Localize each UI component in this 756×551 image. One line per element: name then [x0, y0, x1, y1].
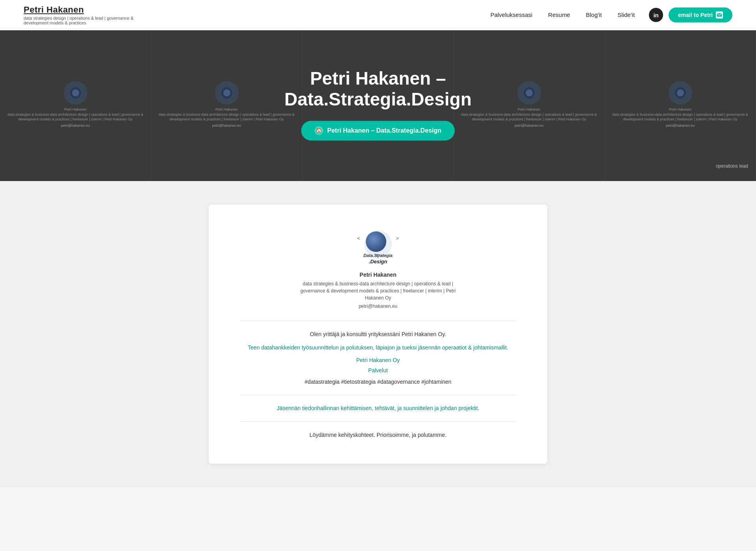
tile-text-1: Petri Hakanen — [64, 107, 87, 112]
nav-item-resume[interactable]: Resume — [548, 11, 570, 18]
nav-link-slideit[interactable]: Slide'it — [617, 11, 635, 18]
tile-text-5: Petri Hakanen — [669, 107, 691, 112]
header-right: Palveluksessasi Resume Blog'it Slide'it … — [490, 7, 732, 22]
hero-cta-button[interactable]: 🏠 Petri Hakanen – Data.Strategia.Design — [301, 121, 455, 141]
card-link-company[interactable]: Petri Hakanen Oy — [244, 357, 512, 363]
home-icon: 🏠 — [315, 126, 323, 135]
card-intro: Olen yrittäjä ja konsultti yrityksessäni… — [244, 330, 512, 338]
hero-title: Petri Hakanen – Data.Strategia.Design — [284, 68, 471, 110]
card-divider-2 — [240, 395, 516, 395]
nav-list: Palveluksessasi Resume Blog'it Slide'it — [490, 11, 635, 18]
main-content: < > Data.Strategia .Design ▽ Petri Hakan… — [0, 181, 756, 487]
tile-logo-5 — [669, 81, 692, 105]
tile-text-4: Petri Hakanen — [518, 107, 540, 112]
card-divider-3 — [240, 422, 516, 422]
nav-item-palveluksessasi[interactable]: Palveluksessasi — [490, 11, 532, 18]
svg-point-6 — [526, 89, 533, 96]
card-logo-desc: data strategies & business-data architec… — [295, 280, 461, 301]
email-btn-label: email to Petri — [678, 12, 713, 18]
hero-center: Petri Hakanen – Data.Strategia.Design 🏠 … — [284, 68, 471, 141]
tile-desc-2: data strategies & business-data architec… — [155, 112, 298, 122]
tile-logo-1 — [64, 81, 87, 105]
envelope-icon — [716, 11, 723, 18]
logo-arrow-down: ▽ — [376, 253, 380, 259]
tile-logo-2 — [215, 81, 239, 105]
card-footer-text: Löydämme kehityskohteet. Priorisoimme, j… — [244, 431, 512, 439]
content-card: < > Data.Strategia .Design ▽ Petri Hakan… — [209, 205, 547, 464]
site-header: Petri Hakanen data strategies design | o… — [0, 0, 756, 30]
card-text-block: Olen yrittäjä ja konsultti yrityksessäni… — [240, 330, 516, 386]
logo-name: Petri Hakanen — [24, 5, 150, 15]
main-nav: Palveluksessasi Resume Blog'it Slide'it — [490, 11, 635, 18]
nav-link-blogit[interactable]: Blog'it — [586, 11, 602, 18]
card-divider-1 — [240, 321, 516, 321]
hero-title-line2: Data.Strategia.Design — [284, 89, 471, 109]
hero-bg-tile-5: Petri Hakanen data strategies & business… — [605, 28, 756, 181]
card-hashtags: #datastrategia #tietostrategia #datagove… — [244, 377, 512, 386]
card-project-block: Jäsennän tiedonhallinnan kehittämisen, t… — [240, 404, 516, 412]
tile-logo-4 — [517, 81, 541, 105]
arrow-right: > — [396, 235, 399, 241]
hero-cta-label: Petri Hakanen – Data.Strategia.Design — [327, 127, 441, 134]
logo-tagline: data strategies design | operations & le… — [24, 16, 150, 25]
logo-sphere — [366, 231, 386, 252]
card-logo-email: petri@hakanen.eu — [359, 303, 397, 309]
card-logo-area: < > Data.Strategia .Design ▽ Petri Hakan… — [240, 228, 516, 309]
site-logo: Petri Hakanen data strategies design | o… — [24, 5, 150, 25]
hero-bg-tile-4: Petri Hakanen data strategies & business… — [454, 28, 605, 181]
card-service-desc: Teen datahankkeiden työsuunnittelun ja p… — [244, 343, 512, 352]
tile-email-1: petri@hakanen.eu — [61, 124, 90, 128]
card-link-services[interactable]: Palvelut — [244, 367, 512, 373]
header-actions: in email to Petri — [649, 7, 732, 22]
tile-desc-4: data strategies & business-data architec… — [458, 112, 600, 122]
nav-item-slideit[interactable]: Slide'it — [617, 11, 635, 18]
logo-arrows: < > — [357, 235, 399, 241]
arrow-left: < — [357, 235, 360, 241]
svg-point-2 — [72, 89, 79, 96]
svg-point-8 — [677, 89, 684, 96]
tile-email-5: petri@hakanen.eu — [666, 124, 695, 128]
nav-item-blogit[interactable]: Blog'it — [586, 11, 602, 18]
card-project-text: Jäsennän tiedonhallinnan kehittämisen, t… — [244, 404, 512, 412]
svg-point-4 — [223, 89, 230, 96]
tile-email-2: petri@hakanen.eu — [212, 124, 241, 128]
hero-section: Petri Hakanen data strategies & business… — [0, 28, 756, 181]
nav-link-resume[interactable]: Resume — [548, 11, 570, 18]
tile-desc-5: data strategies & business-data architec… — [609, 112, 752, 122]
hero-title-line1: Petri Hakanen – — [310, 68, 446, 89]
tile-email-4: petri@hakanen.eu — [515, 124, 544, 128]
hero-bg-tile-1: Petri Hakanen data strategies & business… — [0, 28, 151, 181]
tile-desc-1: data strategies & business-data architec… — [4, 112, 147, 122]
email-petri-button[interactable]: email to Petri — [669, 7, 732, 22]
nav-link-palveluksessasi[interactable]: Palveluksessasi — [490, 11, 532, 18]
card-person-name: Petri Hakanen — [359, 272, 396, 278]
card-footer-block: Löydämme kehityskohteet. Priorisoimme, j… — [240, 431, 516, 439]
linkedin-button[interactable]: in — [649, 8, 663, 22]
hero-bg-tile-2: Petri Hakanen data strategies & business… — [151, 28, 302, 181]
card-logo-visual: < > Data.Strategia .Design ▽ — [356, 228, 400, 268]
tile-text-2: Petri Hakanen — [215, 107, 238, 112]
